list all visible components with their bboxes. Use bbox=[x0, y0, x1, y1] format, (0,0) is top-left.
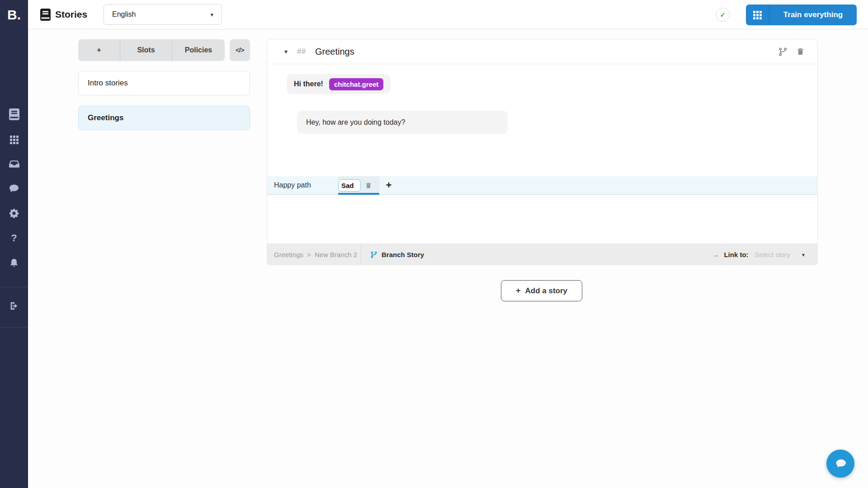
settings-gear-icon[interactable] bbox=[0, 207, 28, 219]
app-sidebar: B. ? bbox=[0, 0, 28, 488]
chevron-down-icon: ▾ bbox=[802, 252, 805, 258]
branch-tab-happy-path[interactable]: Happy path bbox=[274, 176, 311, 194]
markdown-hash-prefix: ## bbox=[297, 39, 306, 64]
chat-widget-button[interactable] bbox=[826, 450, 854, 478]
page-title: Stories bbox=[55, 0, 87, 29]
brand-logo: B. bbox=[0, 0, 28, 29]
train-everything-label: Train everything bbox=[769, 10, 857, 19]
branch-story-icon[interactable] bbox=[778, 47, 788, 58]
train-everything-button[interactable]: Train everything bbox=[746, 5, 857, 25]
story-toolbar: + Slots Policies bbox=[78, 39, 225, 61]
notifications-bell-icon[interactable] bbox=[0, 257, 28, 269]
branch-story-label: Branch Story bbox=[382, 251, 424, 258]
policies-button[interactable]: Policies bbox=[172, 39, 225, 61]
arrow-right-icon: → bbox=[712, 251, 719, 259]
story-editor-card: ▾ ## Greetings Hi there! chitchat.greet … bbox=[267, 39, 818, 265]
grid-apps-icon[interactable] bbox=[0, 134, 28, 145]
story-list-item-intro-stories[interactable]: Intro stories bbox=[78, 71, 250, 95]
code-icon: </> bbox=[236, 47, 244, 54]
plus-icon: + bbox=[516, 286, 521, 296]
header-divider bbox=[267, 64, 817, 64]
conversations-chat-icon[interactable] bbox=[0, 183, 28, 194]
sign-out-icon[interactable] bbox=[0, 300, 28, 312]
add-a-story-button[interactable]: + Add a story bbox=[501, 280, 582, 301]
top-bar: Stories English ▾ ✓ Train everything bbox=[28, 0, 868, 29]
intent-badge[interactable]: chitchat.greet bbox=[329, 78, 383, 90]
story-header: ▾ ## Greetings bbox=[267, 39, 817, 64]
chat-bubble-icon bbox=[833, 456, 848, 471]
language-dropdown[interactable]: English ▾ bbox=[104, 4, 222, 25]
active-tab-underline bbox=[338, 193, 379, 195]
slots-button[interactable]: Slots bbox=[120, 39, 172, 61]
branch-icon bbox=[370, 251, 377, 258]
branch-tab-active[interactable] bbox=[338, 176, 379, 194]
stories-book-icon[interactable] bbox=[0, 108, 28, 120]
language-dropdown-value: English bbox=[112, 10, 136, 19]
plus-icon: + bbox=[97, 46, 101, 54]
branch-name-input[interactable] bbox=[338, 179, 361, 192]
slots-label: Slots bbox=[137, 46, 155, 54]
add-story-group-button[interactable]: + bbox=[78, 39, 120, 61]
policies-label: Policies bbox=[185, 46, 212, 54]
story-footer: Greetings > New Branch 2 Branch Story → … bbox=[267, 244, 817, 265]
breadcrumb: Greetings > New Branch 2 bbox=[274, 244, 357, 265]
branch-story-button[interactable]: Branch Story bbox=[370, 244, 424, 265]
breadcrumb-separator: > bbox=[307, 251, 311, 258]
bot-response-text: Hey, how are you doing today? bbox=[306, 118, 405, 127]
story-item-label: Greetings bbox=[88, 113, 123, 122]
link-to-label: Link to: bbox=[724, 251, 748, 258]
check-icon: ✓ bbox=[720, 11, 726, 19]
breadcrumb-leaf[interactable]: New Branch 2 bbox=[315, 251, 357, 258]
add-a-story-label: Add a story bbox=[525, 286, 567, 296]
footer-divider bbox=[361, 244, 361, 265]
link-to-dropdown[interactable]: → Link to: Select story ▾ bbox=[712, 244, 805, 265]
help-question-icon[interactable]: ? bbox=[0, 232, 28, 244]
inbox-icon[interactable] bbox=[0, 158, 28, 169]
user-utterance-text: Hi there! bbox=[294, 80, 323, 88]
chevron-down-icon: ▾ bbox=[210, 11, 213, 18]
training-status-icon: ✓ bbox=[716, 8, 730, 22]
branch-tabs-row: Happy path + bbox=[267, 176, 817, 195]
collapse-caret-icon[interactable]: ▾ bbox=[284, 39, 288, 64]
code-view-button[interactable]: </> bbox=[230, 39, 250, 61]
stories-page-icon bbox=[40, 9, 51, 23]
delete-branch-trash-icon[interactable] bbox=[365, 182, 372, 189]
delete-story-trash-icon[interactable] bbox=[796, 47, 805, 58]
grid-apps-icon bbox=[746, 5, 769, 25]
breadcrumb-root[interactable]: Greetings bbox=[274, 251, 303, 258]
story-title[interactable]: Greetings bbox=[315, 39, 354, 64]
story-item-label: Intro stories bbox=[88, 79, 128, 88]
add-branch-plus-icon[interactable]: + bbox=[384, 176, 394, 194]
sidebar-divider bbox=[0, 327, 28, 328]
bot-response[interactable]: Hey, how are you doing today? bbox=[297, 111, 508, 134]
story-list-item-greetings[interactable]: Greetings bbox=[78, 106, 250, 130]
select-story-placeholder: Select story bbox=[755, 251, 790, 258]
user-utterance[interactable]: Hi there! chitchat.greet bbox=[287, 74, 391, 94]
sidebar-divider bbox=[0, 287, 28, 287]
